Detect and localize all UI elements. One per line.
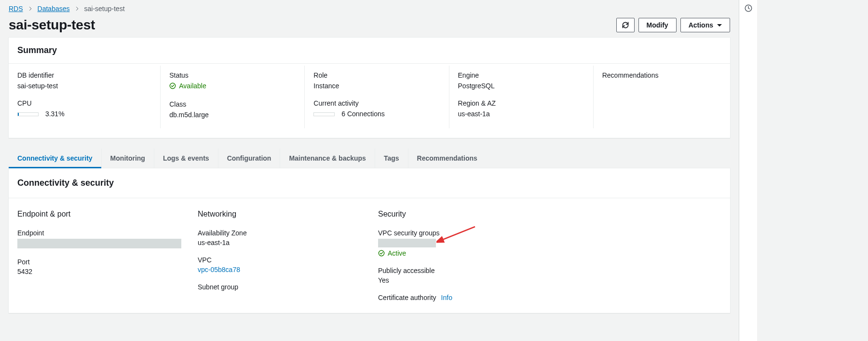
networking-heading: Networking — [198, 210, 361, 218]
breadcrumb-databases[interactable]: Databases — [38, 5, 70, 13]
security-heading: Security — [378, 210, 541, 218]
check-circle-icon — [378, 250, 385, 257]
current-activity-value: 6 Connections — [313, 110, 440, 118]
security-col: Security VPC security groups Active Publ… — [369, 203, 550, 308]
refresh-icon — [622, 21, 629, 29]
chevron-right-icon — [75, 6, 80, 11]
sg-status: Active — [378, 249, 406, 257]
publicly-accessible-label: Publicly accessible — [378, 267, 541, 274]
tab-recommendations[interactable]: Recommendations — [408, 149, 486, 168]
actions-dropdown-label: Actions — [689, 21, 713, 29]
az-value: us-east-1a — [198, 239, 361, 246]
breadcrumb-current: sai-setup-test — [84, 5, 125, 13]
engine-value: PostgreSQL — [458, 82, 584, 90]
vpc-security-groups-label: VPC security groups — [378, 229, 541, 237]
cpu-percent: 3.31% — [45, 110, 65, 118]
cpu-label: CPU — [17, 99, 151, 107]
tab-connectivity[interactable]: Connectivity & security — [9, 149, 102, 168]
refresh-button[interactable] — [616, 18, 635, 32]
right-help-rail[interactable] — [739, 0, 757, 341]
az-label: Availability Zone — [198, 229, 361, 237]
recommendations-label: Recommendations — [602, 71, 721, 79]
summary-panel: Summary DB identifier sai-setup-test CPU… — [9, 38, 730, 138]
status-value: Available — [169, 82, 206, 90]
cpu-mini-bar — [17, 112, 39, 116]
header-actions: Modify Actions — [616, 18, 730, 32]
sg-status-text: Active — [388, 249, 406, 257]
tabs-bar: Connectivity & security Monitoring Logs … — [9, 149, 730, 168]
status-available-text: Available — [179, 82, 206, 90]
cpu-value: 3.31% — [17, 110, 151, 118]
summary-header: Summary — [9, 38, 730, 64]
vpc-link[interactable]: vpc-05b8ca78 — [198, 266, 240, 273]
tab-maintenance-backups[interactable]: Maintenance & backups — [280, 149, 375, 168]
endpoint-label: Endpoint — [17, 229, 180, 237]
tab-tags[interactable]: Tags — [375, 149, 408, 168]
summary-heading: Summary — [17, 45, 721, 55]
endpoint-port-col: Endpoint & port Endpoint Port 5432 — [9, 203, 189, 308]
region-az-label: Region & AZ — [458, 99, 584, 107]
actions-dropdown-button[interactable]: Actions — [680, 18, 730, 32]
connections-text: 6 Connections — [341, 110, 385, 118]
db-identifier-label: DB identifier — [17, 71, 151, 79]
check-circle-icon — [169, 82, 176, 89]
vpc-label: VPC — [198, 256, 361, 264]
port-value: 5432 — [17, 268, 180, 275]
engine-label: Engine — [458, 71, 584, 79]
region-az-value: us-east-1a — [458, 110, 584, 118]
tab-configuration[interactable]: Configuration — [218, 149, 281, 168]
certificate-authority-info-link[interactable]: Info — [441, 294, 452, 301]
page-title: sai-setup-test — [9, 17, 95, 33]
security-col-spare — [550, 203, 730, 308]
chevron-right-icon — [28, 6, 33, 11]
endpoint-value-redacted — [17, 239, 181, 248]
tab-monitoring[interactable]: Monitoring — [102, 149, 154, 168]
role-value: Instance — [313, 82, 440, 90]
breadcrumb-rds[interactable]: RDS — [9, 5, 23, 13]
modify-button[interactable]: Modify — [638, 18, 677, 32]
certificate-authority-label: Certificate authority — [378, 294, 436, 301]
subnet-group-label: Subnet group — [198, 283, 361, 291]
class-label: Class — [169, 100, 296, 108]
publicly-accessible-value: Yes — [378, 276, 541, 284]
port-label: Port — [17, 258, 180, 266]
role-label: Role — [313, 71, 440, 79]
connectivity-security-panel: Connectivity & security Endpoint & port … — [9, 168, 730, 313]
db-identifier-value: sai-setup-test — [17, 82, 151, 90]
endpoint-port-heading: Endpoint & port — [17, 210, 180, 218]
current-activity-label: Current activity — [313, 99, 440, 107]
connectivity-security-heading: Connectivity & security — [17, 178, 721, 188]
tab-logs-events[interactable]: Logs & events — [154, 149, 218, 168]
vpc-security-group-value-redacted — [378, 239, 436, 247]
clock-icon — [744, 4, 753, 13]
networking-col: Networking Availability Zone us-east-1a … — [189, 203, 369, 308]
class-value: db.m5d.large — [169, 111, 296, 119]
status-label: Status — [169, 71, 296, 79]
caret-down-icon — [717, 24, 722, 27]
activity-mini-bar — [313, 112, 335, 116]
breadcrumb: RDS Databases sai-setup-test — [9, 0, 730, 15]
